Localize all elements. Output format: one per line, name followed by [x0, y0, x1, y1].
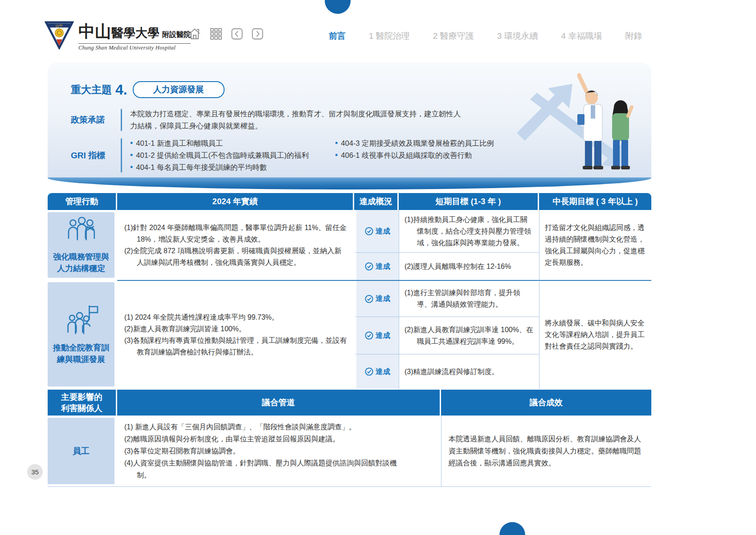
status-cell: 達成	[354, 317, 399, 354]
topic-number: 4.	[115, 82, 127, 98]
engagement-channels-cell: (1) 新進人員設有「三個月內回饋調查」、「階段性會談與滿意度調查」。 (2)離…	[117, 416, 441, 486]
short-term-goal-cell: (1)持續推動員工身心健康，強化員工關懷制度，結合心理支持與壓力管理領域，強化臨…	[399, 210, 539, 252]
status-badge: 達成	[365, 331, 390, 341]
doctor-figure	[577, 73, 603, 169]
topic-title: 重大主題 4. 人力資源發展	[71, 81, 225, 98]
hospital-logo: 山中 中山醫學大學附設醫院 Chung Shan Medical Univers…	[45, 21, 191, 51]
status-badge: 達成	[365, 294, 390, 304]
top-edge-tab	[325, 0, 351, 14]
table-row: 員工 (1) 新進人員設有「三個月內回饋調查」、「階段性會談與滿意度調查」。 (…	[48, 416, 651, 487]
chevron-right-icon[interactable]	[252, 28, 263, 41]
topic-hero-section: 重大主題 4. 人力資源發展 政策承諾 本院致力打造穩定、專業且有發展性的職場環…	[48, 62, 651, 189]
topic-pill: 人力資源發展	[133, 81, 225, 98]
short-term-goal-cell: (3)精進訓練流程與修訂制度。	[399, 354, 539, 389]
policy-commitment-label: 政策承諾	[71, 114, 121, 126]
table-row: 推動全院教育訓練與職涯發展 (1) 2024 年全院共通性課程達成率平均 99.…	[48, 280, 651, 389]
management-action-table: 管理行動 2024 年實績 達成概況 短期目標 (1-3 年 ) 中長期目標 (…	[48, 193, 651, 389]
status-badge: 達成	[365, 226, 390, 236]
status-cell: 達成	[354, 281, 399, 317]
col-header-stakeholders: 主要影響的 利害關係人	[48, 390, 117, 416]
stakeholder-cell-employees: 員工	[48, 418, 114, 484]
stakeholder-engagement-table: 主要影響的 利害關係人 議合管道 議合成效 員工 (1) 新進人員設有「三個月內…	[48, 390, 651, 487]
col-header-short-term-goals: 短期目標 (1-3 年 )	[399, 193, 539, 210]
col-header-long-term-goals: 中長期目標 ( 3 年以上 )	[539, 193, 651, 210]
hero-bottom-band	[48, 177, 651, 189]
short-term-goal-cell: (2)護理人員離職率控制在 12-16%	[399, 252, 539, 280]
gri-item: •406-1 歧視事件以及組織採取的改善行動	[335, 149, 522, 161]
gri-item: •404-1 每名員工每年接受訓練的平均時數	[130, 161, 335, 173]
nav-tab-workplace[interactable]: 4 幸福職場	[561, 30, 602, 42]
table-row: 強化職務管理與人力結構穩定 (1)針對 2024 年藥師離職率偏高問題，醫事單位…	[48, 210, 651, 280]
status-badge: 達成	[365, 367, 390, 377]
home-icon[interactable]	[188, 28, 201, 42]
people-group-icon	[62, 216, 100, 247]
hospital-pennant-icon: 山中	[45, 21, 74, 51]
action-cell-training-development: 推動全院教育訓練與職涯發展	[48, 282, 114, 387]
status-cell: 達成	[354, 252, 399, 280]
nav-tab-appendix[interactable]: 附錄	[625, 30, 642, 42]
achievements-cell: (1)針對 2024 年藥師離職率偏高問題，醫事單位調升起薪 11%、留任金 1…	[117, 210, 354, 280]
action-label: 強化職務管理與人力結構穩定	[48, 251, 114, 274]
people-flag-icon	[62, 304, 100, 338]
status-cell: 達成	[354, 210, 399, 252]
logo-english-name: Chung Shan Medical University Hospital	[78, 43, 191, 51]
achievements-cell: (1) 2024 年全院共通性課程達成率平均 99.73%。 (2)新進人員教育…	[117, 280, 354, 389]
gri-item: •401-1 新進員工和離職員工	[130, 137, 335, 149]
bullet-icon: •	[130, 163, 133, 172]
people-illustration	[512, 66, 646, 175]
status-cell: 達成	[354, 354, 399, 389]
nav-tab-medical-care[interactable]: 2 醫療守護	[433, 30, 474, 42]
table1-header-row: 管理行動 2024 年實績 達成概況 短期目標 (1-3 年 ) 中長期目標 (…	[48, 193, 651, 210]
action-cell-job-management: 強化職務管理與人力結構穩定	[48, 212, 114, 278]
col-header-engagement-results: 議合成效	[441, 390, 651, 416]
nav-tab-environment[interactable]: 3 環境永續	[497, 30, 538, 42]
col-header-2024-results: 2024 年實績	[117, 193, 354, 210]
bullet-icon: •	[130, 139, 133, 148]
section-nav: 前言 1 醫院治理 2 醫療守護 3 環境永續 4 幸福職場 附錄	[329, 30, 642, 42]
gri-item: •401-2 提供給全職員工(不包含臨時或兼職員工)的福利	[130, 149, 335, 161]
gri-item: •404-3 定期接受績效及職業發展檢覈的員工比例	[335, 137, 522, 149]
col-header-management-action: 管理行動	[48, 193, 117, 210]
bullet-icon: •	[130, 151, 133, 160]
table2-header-row: 主要影響的 利害關係人 議合管道 議合成效	[48, 390, 651, 416]
woman-figure	[611, 100, 632, 169]
gri-indicators-label: GRI 指標	[71, 150, 121, 161]
col-header-status: 達成概況	[354, 193, 399, 210]
page-number: 35	[27, 464, 43, 480]
col-header-engagement-channels: 議合管道	[117, 390, 441, 416]
bullet-icon: •	[335, 151, 338, 160]
topic-prefix: 重大主題	[71, 83, 112, 97]
nav-tab-governance[interactable]: 1 醫院治理	[369, 30, 410, 42]
long-term-goal-cell: 將永續發展、碳中和與病人安全文化等課程納入培訓，提升員工對社會責任之認同與實踐力…	[539, 280, 651, 389]
long-term-goal-cell: 打造留才文化與組織認同感，透過持續的關懷機制與文化營造，強化員工歸屬與向心力，促…	[539, 210, 651, 280]
divider	[121, 109, 122, 131]
bottom-edge-tab	[499, 522, 525, 535]
short-term-goal-cell: (1)進行主管訓練與幹部培育，提升領導、溝通與績效管理能力。	[399, 281, 539, 317]
status-badge: 達成	[365, 262, 390, 272]
policy-commitment-text: 本院致力打造穩定、專業且有發展性的職場環境，推動育才、留才與制度化職涯發展支持，…	[130, 108, 468, 132]
action-label: 推動全院教育訓練與職涯發展	[48, 342, 114, 365]
engagement-results-cell: 本院透過新進人員回饋、離職原因分析、教育訓練協調會及人資主動關懷等機制，強化職責…	[441, 416, 651, 486]
logo-chinese-name: 中山醫學大學附設醫院	[78, 21, 191, 43]
bullet-icon: •	[335, 139, 338, 148]
nav-tab-intro[interactable]: 前言	[329, 30, 346, 42]
chevron-left-icon[interactable]	[231, 28, 243, 41]
short-term-goal-cell: (2)新進人員教育訓練完訓率達 100%、在職員工共通課程完訓率達 99%。	[399, 317, 539, 354]
divider	[121, 138, 122, 173]
svg-text:山中: 山中	[56, 23, 63, 27]
grid-menu-icon[interactable]	[210, 28, 222, 42]
